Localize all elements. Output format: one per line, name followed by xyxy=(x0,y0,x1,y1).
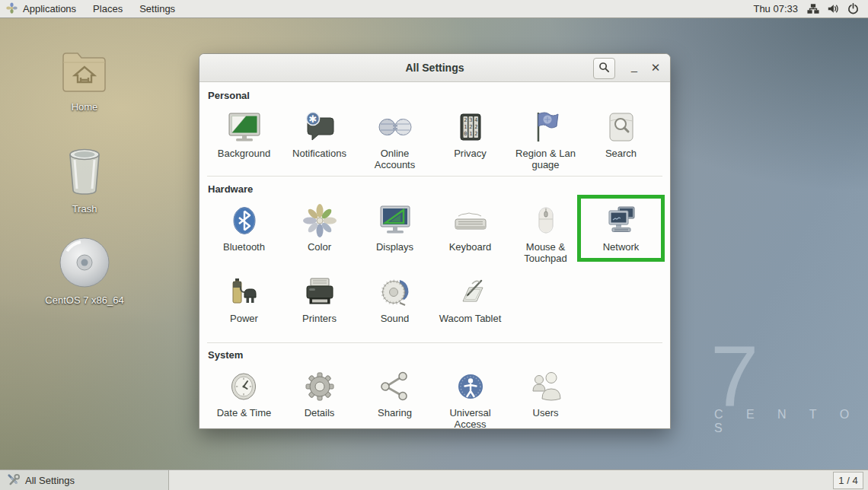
section-separator xyxy=(207,176,662,177)
section-separator xyxy=(207,342,662,343)
settings-item-keyboard[interactable]: Keyboard xyxy=(432,199,508,271)
cd-disc-icon xyxy=(58,278,111,291)
desktop-icon-label: Home xyxy=(43,101,126,113)
svg-text:4: 4 xyxy=(474,117,477,123)
settings-item-privacy[interactable]: 234 122 012 Privacy xyxy=(432,106,508,176)
settings-item-sharing[interactable]: Sharing xyxy=(357,365,432,432)
window-titlebar[interactable]: All Settings – ✕ xyxy=(199,54,670,82)
taskbar-item-label: All Settings xyxy=(25,475,75,486)
privacy-icon: 234 122 012 xyxy=(452,106,489,145)
hardware-grid: Bluetooth Color Displays Keyboard Mouse … xyxy=(206,199,663,342)
bluetooth-icon xyxy=(226,199,263,239)
settings-item-printers[interactable]: Printers xyxy=(282,271,357,342)
svg-text:✱: ✱ xyxy=(308,113,317,125)
settings-item-universal-access[interactable]: Universal Access xyxy=(432,365,508,432)
settings-item-background[interactable]: Background xyxy=(206,106,282,176)
bottom-taskbar: All Settings 1 / 4 xyxy=(0,469,868,490)
color-icon xyxy=(302,199,338,239)
svg-text:3: 3 xyxy=(469,117,472,123)
search-tile-icon xyxy=(603,106,640,145)
menu-places[interactable]: Places xyxy=(85,0,131,18)
displays-icon xyxy=(377,199,413,239)
settings-item-displays[interactable]: Displays xyxy=(357,199,432,271)
settings-item-sound[interactable]: Sound xyxy=(357,271,432,342)
users-icon xyxy=(528,365,564,405)
online-accounts-icon xyxy=(377,106,413,145)
power-icon[interactable] xyxy=(845,0,860,18)
top-panel: Applications Places Settings Thu 07:33 xyxy=(0,0,868,18)
svg-text:2: 2 xyxy=(474,131,477,137)
centos-watermark-numeral: 7 xyxy=(710,333,758,420)
close-icon: ✕ xyxy=(651,61,661,75)
minimize-button[interactable]: – xyxy=(624,54,644,81)
settings-content: Personal Background ✱ Notifications Onli… xyxy=(199,82,670,432)
desktop-icon-centos-cd[interactable]: CentOS 7 x86_64 xyxy=(43,236,126,306)
menu-settings[interactable]: Settings xyxy=(131,0,183,18)
section-header-personal: Personal xyxy=(208,90,665,101)
settings-item-online-accounts[interactable]: Online Accounts xyxy=(357,106,432,176)
settings-item-users[interactable]: Users xyxy=(508,365,583,432)
panel-clock[interactable]: Thu 07:33 xyxy=(745,3,806,14)
personal-grid: Background ✱ Notifications Online Accoun… xyxy=(206,106,663,176)
tools-icon xyxy=(7,473,20,488)
background-icon xyxy=(226,106,263,145)
search-icon xyxy=(598,62,610,76)
settings-item-power[interactable]: Power xyxy=(206,271,282,342)
settings-item-date-time[interactable]: Date & Time xyxy=(206,365,282,432)
date-time-icon xyxy=(226,365,263,405)
region-language-icon xyxy=(528,106,564,145)
close-button[interactable]: ✕ xyxy=(646,54,665,81)
home-folder-icon xyxy=(59,85,110,98)
power-icon xyxy=(226,271,263,310)
universal-access-icon xyxy=(452,365,489,405)
settings-item-details[interactable]: Details xyxy=(282,365,357,432)
centos-watermark-brand: C E N T O S xyxy=(714,408,868,435)
settings-item-bluetooth[interactable]: Bluetooth xyxy=(206,199,282,271)
settings-item-search[interactable]: Search xyxy=(583,106,659,176)
network-status-icon[interactable] xyxy=(806,0,821,18)
settings-item-network[interactable]: Network xyxy=(583,199,659,271)
printers-icon xyxy=(302,271,338,310)
workspace-indicator[interactable]: 1 / 4 xyxy=(833,472,863,489)
all-settings-window: All Settings – ✕ Personal Background ✱ N… xyxy=(199,53,671,429)
svg-text:0: 0 xyxy=(464,131,467,137)
details-icon xyxy=(302,365,338,405)
taskbar-item-all-settings[interactable]: All Settings xyxy=(0,470,169,490)
section-header-system: System xyxy=(208,349,665,361)
desktop-icon-home[interactable]: Home xyxy=(43,49,126,113)
volume-icon[interactable] xyxy=(825,0,841,18)
minimize-icon: – xyxy=(631,64,637,77)
network-icon xyxy=(603,199,640,239)
settings-item-region-lan-guage[interactable]: Region & Lan guage xyxy=(508,106,583,176)
svg-text:1: 1 xyxy=(464,124,467,130)
trash-icon xyxy=(61,187,108,200)
menu-applications[interactable]: Applications xyxy=(14,0,85,18)
settings-item-mouse-touchpad[interactable]: Mouse & Touchpad xyxy=(508,199,583,271)
svg-text:1: 1 xyxy=(469,131,472,137)
settings-item-notifications[interactable]: ✱ Notifications xyxy=(282,106,357,176)
sharing-icon xyxy=(377,365,413,405)
sound-icon xyxy=(377,271,413,310)
system-grid: Date & Time Details Sharing Universal Ac… xyxy=(206,365,663,432)
svg-text:2: 2 xyxy=(474,124,477,130)
mouse-touchpad-icon xyxy=(528,199,564,239)
desktop-icon-trash[interactable]: Trash xyxy=(43,145,126,215)
keyboard-icon xyxy=(452,199,489,239)
desktop-icon-label: Trash xyxy=(43,203,126,215)
section-header-hardware: Hardware xyxy=(208,183,665,195)
wacom-tablet-icon xyxy=(452,271,489,310)
notifications-icon: ✱ xyxy=(302,106,338,145)
svg-text:2: 2 xyxy=(464,117,467,123)
titlebar-search-button[interactable] xyxy=(593,58,615,79)
desktop-icon-label: CentOS 7 x86_64 xyxy=(43,294,126,306)
settings-item-color[interactable]: Color xyxy=(282,199,357,271)
svg-text:2: 2 xyxy=(469,124,472,130)
settings-item-wacom-tablet[interactable]: Wacom Tablet xyxy=(432,271,508,342)
